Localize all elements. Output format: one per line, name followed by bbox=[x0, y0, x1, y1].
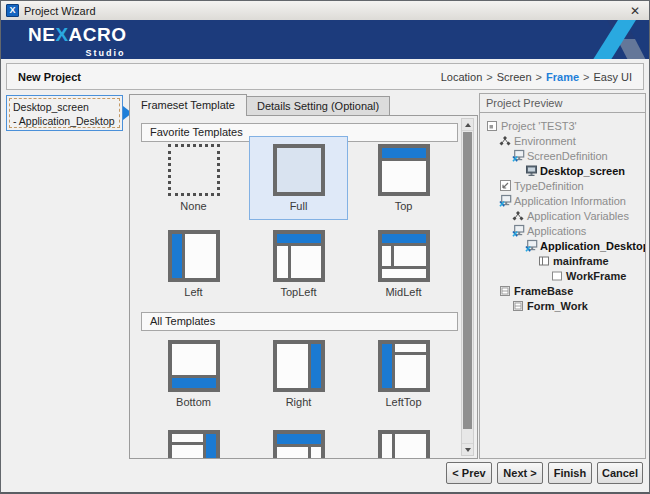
template-label: None bbox=[180, 200, 206, 212]
tree-item-label: Application Information bbox=[514, 195, 626, 207]
template-label: Top bbox=[395, 200, 413, 212]
selected-screen-item-text: Desktop_screen - Application_Desktop bbox=[9, 98, 120, 128]
tree-item[interactable]: Application Variables bbox=[480, 208, 645, 223]
template-option-full[interactable]: Full bbox=[246, 144, 351, 213]
tree-item-label: Environment bbox=[514, 135, 576, 147]
screen-x-icon bbox=[511, 224, 525, 237]
tree-item[interactable]: Desktop_screen bbox=[480, 163, 645, 178]
screen-name: Desktop_screen bbox=[13, 100, 116, 114]
template-scroll-area: Favorite TemplatesNoneFullTopLeftTopLeft… bbox=[129, 115, 478, 459]
tree-item-label: FrameBase bbox=[514, 285, 573, 297]
tree-item-label: Application_Desktop bbox=[540, 240, 646, 252]
scrollbar-down-button[interactable] bbox=[462, 443, 473, 455]
finish-button[interactable]: Finish bbox=[548, 462, 592, 484]
cluster-icon bbox=[498, 134, 512, 147]
tree-item-label: Desktop_screen bbox=[540, 165, 625, 177]
template-option-right[interactable]: Right bbox=[246, 340, 351, 409]
template-option-leftbottom[interactable] bbox=[351, 430, 456, 459]
tab-bar: Frameset Template Details Setting (Optio… bbox=[129, 93, 478, 115]
righttop-template-icon bbox=[168, 430, 220, 459]
selected-screen-item[interactable]: Desktop_screen - Application_Desktop bbox=[6, 95, 123, 131]
project-preview-title: Project Preview bbox=[479, 93, 646, 113]
breadcrumb-step-easy-ui[interactable]: Easy UI bbox=[593, 71, 632, 83]
tree-item[interactable]: Environment bbox=[480, 133, 645, 148]
breadcrumb-step-location[interactable]: Location bbox=[441, 71, 483, 83]
vertical-scrollbar[interactable] bbox=[461, 118, 474, 456]
tree-item[interactable]: TypeDefinition bbox=[480, 178, 645, 193]
tree-item[interactable]: mainframe bbox=[480, 253, 645, 268]
template-option-topright[interactable] bbox=[246, 430, 351, 459]
template-option-left[interactable]: Left bbox=[141, 230, 246, 299]
application-name: - Application_Desktop bbox=[13, 114, 116, 128]
page-title: New Project bbox=[18, 71, 81, 83]
brand-logo: NEXACRO Studio bbox=[28, 25, 127, 59]
breadcrumb-separator: > bbox=[482, 71, 496, 83]
topleft-template-icon bbox=[273, 230, 325, 282]
cancel-button[interactable]: Cancel bbox=[597, 462, 643, 484]
tree-item[interactable]: ScreenDefinition bbox=[480, 148, 645, 163]
template-row: NoneFullTop bbox=[141, 144, 458, 213]
brand-header: NEXACRO Studio bbox=[1, 20, 649, 59]
template-row: BottomRightLeftTop bbox=[141, 340, 458, 409]
preview-tree: Project 'TEST3'EnvironmentScreenDefiniti… bbox=[479, 113, 646, 459]
tree-item[interactable]: WorkFrame bbox=[480, 268, 645, 283]
template-label: TopLeft bbox=[280, 286, 316, 298]
square-icon bbox=[550, 269, 564, 282]
next-button[interactable]: Next > bbox=[497, 462, 543, 484]
template-label: Left bbox=[184, 286, 202, 298]
midleft-template-icon bbox=[378, 230, 430, 282]
scrollbar-thumb[interactable] bbox=[463, 132, 472, 429]
tree-item-label: mainframe bbox=[553, 255, 609, 267]
breadcrumb-step-frame[interactable]: Frame bbox=[546, 71, 579, 83]
tree-item[interactable]: Applications bbox=[480, 223, 645, 238]
breadcrumb-step-screen[interactable]: Screen bbox=[497, 71, 532, 83]
template-option-topleft[interactable]: TopLeft bbox=[246, 230, 351, 299]
tree-item[interactable]: Form_Work bbox=[480, 298, 645, 313]
tab-details-setting[interactable]: Details Setting (Optional) bbox=[247, 96, 390, 115]
project-icon bbox=[485, 119, 499, 132]
breadcrumb: Location>Screen>Frame>Easy UI bbox=[441, 71, 632, 83]
template-option-top[interactable]: Top bbox=[351, 144, 456, 213]
brand-text-suffix: ACRO bbox=[69, 24, 127, 45]
screen-x-icon bbox=[498, 194, 512, 207]
tree-item-label: Form_Work bbox=[527, 300, 588, 312]
template-option-lefttop[interactable]: LeftTop bbox=[351, 340, 456, 409]
template-label: Bottom bbox=[176, 396, 211, 408]
prev-button[interactable]: < Prev bbox=[446, 462, 492, 484]
none-template-icon bbox=[168, 144, 220, 196]
arrow-down-icon bbox=[465, 448, 471, 452]
template-row bbox=[141, 430, 458, 459]
brand-accent-x: X bbox=[55, 24, 68, 45]
tree-item-label: TypeDefinition bbox=[514, 180, 584, 192]
breadcrumb-separator: > bbox=[532, 71, 546, 83]
brand-subtitle: Studio bbox=[28, 44, 127, 59]
close-icon[interactable]: ✕ bbox=[626, 4, 644, 18]
grid-icon bbox=[498, 284, 512, 297]
project-preview-panel: Project Preview Project 'TEST3'Environme… bbox=[479, 93, 646, 459]
tab-frameset-template[interactable]: Frameset Template bbox=[129, 94, 247, 116]
template-option-bottom[interactable]: Bottom bbox=[141, 340, 246, 409]
template-option-none[interactable]: None bbox=[141, 144, 246, 213]
template-label: Right bbox=[286, 396, 312, 408]
tree-item[interactable]: Application Information bbox=[480, 193, 645, 208]
template-label: Full bbox=[290, 200, 308, 212]
screen-x-icon bbox=[511, 149, 525, 162]
leftbottom-template-icon bbox=[378, 430, 430, 459]
template-label: MidLeft bbox=[385, 286, 421, 298]
template-option-midleft[interactable]: MidLeft bbox=[351, 230, 456, 299]
arrow-up-icon bbox=[465, 123, 471, 127]
tree-item[interactable]: Application_Desktop bbox=[480, 238, 645, 253]
center-panel: Frameset Template Details Setting (Optio… bbox=[129, 93, 478, 459]
template-option-righttop[interactable] bbox=[141, 430, 246, 459]
top-template-icon bbox=[378, 144, 430, 196]
tree-item[interactable]: FrameBase bbox=[480, 283, 645, 298]
monitor-icon bbox=[524, 164, 538, 177]
scrollbar-up-button[interactable] bbox=[462, 119, 473, 131]
section-header: All Templates bbox=[141, 312, 458, 331]
wizard-bar: New Project Location>Screen>Frame>Easy U… bbox=[6, 63, 644, 90]
grid-icon bbox=[511, 299, 525, 312]
tree-item[interactable]: Project 'TEST3' bbox=[480, 118, 645, 133]
full-template-icon bbox=[273, 144, 325, 196]
tree-item-label: ScreenDefinition bbox=[527, 150, 608, 162]
template-list: Favorite TemplatesNoneFullTopLeftTopLeft… bbox=[130, 123, 477, 459]
